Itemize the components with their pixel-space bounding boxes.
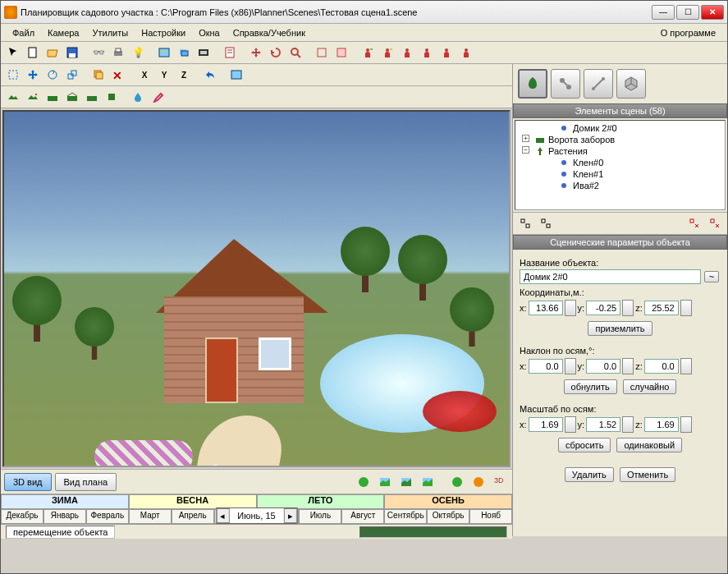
spinner-icon[interactable]: [622, 300, 634, 316]
render-tool-icon[interactable]: [227, 66, 245, 84]
tab-tools-icon[interactable]: [551, 69, 580, 99]
open-icon[interactable]: [43, 44, 62, 62]
cursor-icon[interactable]: [4, 44, 22, 62]
3d-view-button[interactable]: 3D вид: [4, 473, 52, 491]
film-icon[interactable]: [195, 44, 213, 62]
3d-label-icon[interactable]: 3D: [491, 473, 509, 491]
month-oct[interactable]: Октябрь: [427, 509, 469, 524]
spinner-icon[interactable]: [622, 416, 634, 433]
render-1-icon[interactable]: [376, 473, 394, 491]
menu-utilities[interactable]: Утилиты: [86, 26, 135, 39]
coord-y-input[interactable]: [586, 301, 620, 315]
plan-view-button[interactable]: Вид плана: [55, 473, 117, 491]
rotate-icon[interactable]: [267, 44, 285, 62]
delete-button[interactable]: Удалить: [565, 467, 614, 482]
scale-y-input[interactable]: [586, 417, 620, 432]
rotate-tool-icon[interactable]: [43, 66, 62, 84]
move-icon[interactable]: [247, 44, 265, 62]
spinner-icon[interactable]: [565, 416, 576, 433]
person-3-icon[interactable]: [398, 44, 416, 62]
expand-icon[interactable]: +: [522, 135, 529, 142]
month-nov[interactable]: Нояб: [469, 509, 512, 524]
cancel-button[interactable]: Отменить: [620, 467, 675, 482]
x-axis-button[interactable]: X: [135, 66, 153, 84]
reset-scale-button[interactable]: сбросить: [558, 438, 611, 452]
scale-x-input[interactable]: [529, 417, 563, 432]
random-tilt-button[interactable]: случайно: [623, 379, 677, 394]
spinner-icon[interactable]: [565, 300, 576, 316]
terrain-6-icon[interactable]: [103, 88, 121, 106]
month-jul[interactable]: Июль: [299, 509, 341, 524]
tree-item[interactable]: −Растения: [517, 145, 723, 157]
print-icon[interactable]: [109, 44, 127, 62]
circle-orange-icon[interactable]: [469, 473, 488, 491]
tilt-y-input[interactable]: [586, 359, 620, 374]
month-mar[interactable]: Март: [129, 509, 172, 524]
menu-file[interactable]: Файл: [6, 26, 41, 39]
tree-item[interactable]: +Ворота заборов: [517, 134, 723, 145]
tree-item[interactable]: Ива#2: [517, 180, 723, 191]
tree-tool-1-icon[interactable]: [516, 214, 534, 232]
menu-help[interactable]: Справка/Учебник: [227, 26, 312, 39]
tilt-x-input[interactable]: [529, 359, 563, 374]
scale-z-input[interactable]: [644, 417, 679, 432]
person-1-icon[interactable]: [359, 44, 377, 62]
terrain-1-icon[interactable]: [4, 88, 22, 106]
y-axis-button[interactable]: Y: [155, 66, 173, 84]
name-dropdown-button[interactable]: ~: [704, 271, 719, 282]
month-apr[interactable]: Апрель: [172, 509, 214, 524]
month-jan[interactable]: Январь: [43, 509, 86, 524]
person-6-icon[interactable]: [457, 44, 475, 62]
collapse-icon[interactable]: −: [522, 146, 529, 154]
reset-tilt-button[interactable]: обнулить: [564, 379, 617, 394]
person-2-icon[interactable]: [378, 44, 396, 62]
spinner-icon[interactable]: [680, 300, 692, 316]
spinner-icon[interactable]: [622, 358, 634, 374]
coord-z-input[interactable]: [644, 301, 679, 315]
bulb-icon[interactable]: 💡: [129, 44, 147, 62]
season-winter[interactable]: ЗИМА: [1, 494, 129, 509]
spinner-icon[interactable]: [680, 416, 692, 433]
tree-tool-2-icon[interactable]: [537, 214, 555, 232]
month-aug[interactable]: Август: [341, 509, 384, 524]
scale-tool-icon[interactable]: [63, 66, 81, 84]
tree-item[interactable]: Клен#0: [517, 157, 723, 168]
select-icon[interactable]: [4, 66, 22, 84]
render-3-icon[interactable]: [419, 473, 437, 491]
new-icon[interactable]: [24, 44, 42, 62]
tab-measure-icon[interactable]: [584, 69, 613, 99]
3d-viewport[interactable]: [2, 110, 511, 467]
scene-tree[interactable]: Домик 2#0 +Ворота заборов −Растения Клен…: [515, 120, 726, 210]
water-icon[interactable]: [129, 88, 147, 106]
date-next-button[interactable]: ▸: [284, 508, 297, 523]
tab-cube-icon[interactable]: [616, 69, 646, 99]
maximize-button[interactable]: ☐: [676, 5, 699, 20]
circle-green-icon[interactable]: [355, 473, 373, 491]
tree-item[interactable]: Клен#1: [517, 168, 723, 180]
month-sep[interactable]: Сентябрь: [384, 509, 427, 524]
menu-settings[interactable]: Настройки: [135, 26, 192, 39]
eyedrop-icon[interactable]: [149, 88, 167, 106]
date-prev-button[interactable]: ◂: [216, 508, 229, 523]
month-feb[interactable]: Февраль: [86, 509, 129, 524]
tree-tool-3-icon[interactable]: [685, 214, 703, 232]
season-fall[interactable]: ОСЕНЬ: [384, 494, 512, 509]
tree-item[interactable]: Домик 2#0: [517, 122, 723, 134]
person-4-icon[interactable]: [418, 44, 436, 62]
delete-tool-icon[interactable]: ✕: [109, 66, 127, 84]
circle-green2-icon[interactable]: [448, 473, 466, 491]
z-axis-button[interactable]: Z: [175, 66, 193, 84]
move-tool-icon[interactable]: [24, 66, 42, 84]
coord-x-input[interactable]: [529, 301, 563, 315]
ground-button[interactable]: приземлить: [588, 321, 652, 336]
same-scale-button[interactable]: одинаковый: [616, 438, 682, 452]
minimize-button[interactable]: —: [652, 5, 675, 20]
close-button[interactable]: ✕: [701, 5, 724, 20]
binoculars-icon[interactable]: 👓: [89, 44, 108, 62]
render-2-icon[interactable]: [397, 473, 415, 491]
layers-icon[interactable]: [175, 44, 193, 62]
spinner-icon[interactable]: [680, 358, 692, 374]
save-icon[interactable]: [63, 44, 81, 62]
spinner-icon[interactable]: [565, 358, 576, 374]
tilt-z-input[interactable]: [644, 359, 679, 374]
